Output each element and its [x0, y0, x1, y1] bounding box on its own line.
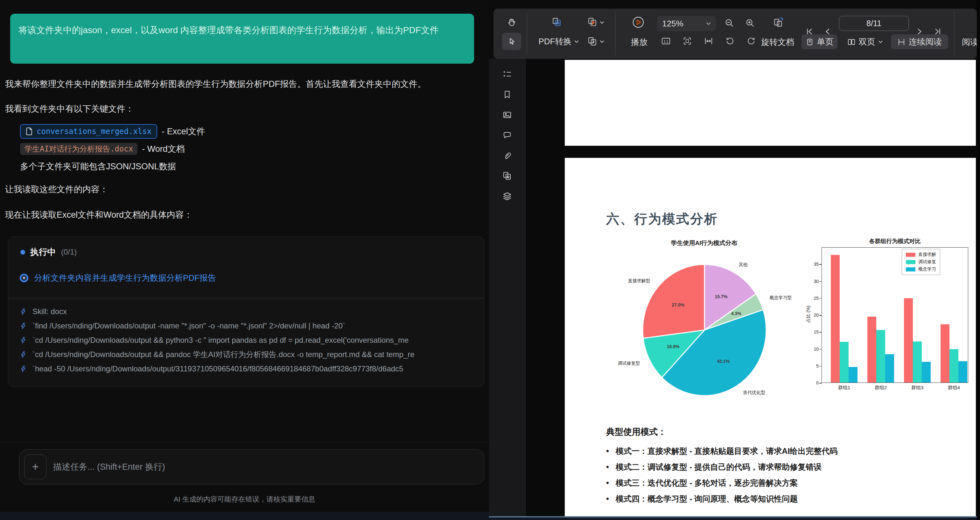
layers-icon[interactable]	[501, 190, 514, 203]
task-title: 分析文件夹内容并生成学生行为数据分析PDF报告	[34, 272, 216, 283]
svg-text:27.0%: 27.0%	[672, 302, 684, 307]
bar-chart-title: 各群组行为模式对比	[821, 237, 968, 245]
x-tick-label: 群组1	[831, 385, 857, 391]
rotate-right-button[interactable]	[745, 36, 757, 46]
task-status-row: 执行中 (0/1)	[21, 246, 77, 258]
task-item[interactable]: 分析文件夹内容并生成学生行为数据分析PDF报告	[20, 272, 216, 283]
input-placeholder: 描述任务... (Shift+Enter 换行)	[53, 461, 165, 472]
bar-直接求解-群组4	[940, 324, 950, 383]
file-row-word: 学生AI对话行为分析报告.docx - Word文档	[20, 143, 185, 155]
add-attachment-button[interactable]: +	[24, 455, 46, 479]
bar-直接求解-群组3	[904, 298, 913, 383]
document-icon	[26, 127, 33, 135]
task-execution-panel: 执行中 (0/1) 分析文件夹内容并生成学生行为数据分析PDF报告 Skill:…	[8, 237, 484, 387]
bar-调试修复-群组1	[840, 342, 849, 383]
bar-直接求解-群组2	[867, 316, 876, 383]
x-tick-label: 群组2	[868, 385, 894, 391]
zoom-out-button[interactable]	[723, 17, 735, 29]
pdf-to-image-button[interactable]	[586, 17, 605, 28]
user-message-banner: 将该文件夹中的jason，excel，以及word 内容整理成带各类分析图表的学…	[10, 14, 474, 64]
patterns-list: •模式一：直接求解型 - 直接粘贴题目要求，请求AI给出完整代码•模式二：调试修…	[606, 443, 837, 507]
svg-text:10.9%: 10.9%	[667, 344, 679, 349]
file-chip-excel[interactable]: conversations_merged.xlsx	[20, 124, 157, 139]
rotate-document-label[interactable]: 旋转文档	[757, 37, 798, 48]
pdf-page-current: 六、行为模式分析 学生使用AI行为模式分布 15.7%其他4.3%概念学习型42…	[565, 158, 976, 516]
zoom-in-button[interactable]	[744, 17, 756, 29]
task-radio-icon	[20, 274, 28, 282]
file-chip-word[interactable]: 学生AI对话行为分析报告.docx	[20, 143, 137, 155]
actual-size-button[interactable]: 1:1	[660, 36, 672, 46]
pdf-to-word-icon[interactable]: W	[550, 17, 563, 28]
file-row-excel: conversations_merged.xlsx - Excel文件	[20, 124, 205, 139]
pdf-convert-button[interactable]: PDF转换	[532, 36, 585, 47]
pattern-item: •模式一：直接求解型 - 直接粘贴题目要求，请求AI给出完整代码	[606, 443, 837, 459]
svg-text:42.1%: 42.1%	[717, 359, 730, 364]
pdf-viewer-panel: W PDF转换 播放 125% 1:	[489, 0, 980, 520]
ai-outline-icon[interactable]	[501, 68, 514, 81]
svg-text:直接求解型: 直接求解型	[628, 278, 651, 283]
rotate-document-icon[interactable]	[772, 16, 786, 28]
task-progress: (0/1)	[61, 248, 77, 256]
pdf-toolbar: W PDF转换 播放 125% 1:	[493, 9, 977, 59]
rotate-left-button[interactable]	[724, 36, 736, 46]
assistant-message: 现在让我读取Excel文件和Word文档的具体内容：	[5, 209, 192, 221]
legend-entry: 直接求解	[906, 252, 936, 258]
pattern-item: •模式三：迭代优化型 - 多轮对话，逐步完善解决方案	[606, 475, 837, 491]
play-button[interactable]	[631, 16, 645, 29]
select-tool-button[interactable]	[502, 33, 521, 50]
pdf-page-area[interactable]: 六、行为模式分析 学生使用AI行为模式分布 15.7%其他4.3%概念学习型42…	[526, 59, 977, 516]
export-word-icon[interactable]	[501, 170, 514, 182]
section-heading: 六、行为模式分析	[606, 210, 718, 228]
bar-调试修复-群组4	[950, 349, 958, 383]
attachment-icon[interactable]	[501, 149, 514, 162]
terminal-command: `cd /Users/nding/Downloads/output && pyt…	[8, 333, 484, 347]
y-tick-mark	[819, 383, 822, 383]
task-status: 执行中	[30, 246, 56, 258]
y-tick-label: 30	[807, 279, 819, 284]
pie-chart: 15.7%其他4.3%概念学习型42.1%迭代优化型10.9%调试修复型27.0…	[605, 252, 811, 419]
fit-page-button[interactable]	[681, 36, 693, 46]
task-input[interactable]: + 描述任务... (Shift+Enter 换行)	[19, 449, 484, 484]
bar-概念学习-群组4	[958, 361, 967, 383]
assistant-message: 让我读取这些文件的内容：	[5, 184, 108, 195]
bar-概念学习-群组2	[885, 354, 894, 383]
pie-chart-title: 学生使用AI行为模式分布	[606, 239, 802, 247]
file-suffix: - Excel文件	[162, 126, 205, 137]
bar-调试修复-群组3	[913, 342, 922, 383]
bar-调试修复-群组2	[876, 330, 885, 383]
patterns-title: 典型使用模式：	[606, 426, 666, 437]
pdf-sidebar	[489, 59, 526, 520]
comment-icon[interactable]	[501, 129, 514, 142]
y-tick-label: 20	[807, 313, 819, 318]
y-tick-mark	[819, 315, 822, 316]
assistant-message: 我来帮你整理文件夹中的数据并生成带分析图表的学生行为数据分析PDF报告。首先让我…	[5, 78, 426, 90]
bookmark-icon[interactable]	[501, 88, 514, 101]
single-page-button[interactable]: 单页	[802, 34, 837, 49]
hand-tool-button[interactable]	[505, 17, 518, 28]
continuous-reading-button[interactable]: 连续阅读	[891, 34, 948, 49]
y-tick-mark	[819, 366, 822, 367]
y-tick-mark	[819, 298, 822, 299]
ai-disclaimer: AI 生成的内容可能存在错误，请核实重要信息	[0, 495, 489, 504]
copy-pages-button[interactable]	[586, 36, 605, 47]
divider	[0, 442, 489, 442]
screen-right-edge	[977, 0, 980, 520]
bolt-icon	[20, 337, 27, 344]
assistant-message: 多个子文件夹可能包含JSON/JSONL数据	[20, 161, 176, 172]
file-suffix: - Word文档	[142, 143, 185, 155]
image-icon[interactable]	[501, 108, 514, 121]
pattern-item: •模式四：概念学习型 - 询问原理、概念等知识性问题	[606, 491, 837, 507]
double-page-button[interactable]: 双页	[845, 34, 885, 49]
divider	[615, 12, 616, 56]
play-label[interactable]: 播放	[623, 37, 655, 48]
read-mode-button[interactable]: 阅读	[962, 37, 977, 48]
window-bottom-edge	[489, 516, 980, 520]
bar-直接求解-群组1	[831, 255, 840, 383]
fit-width-button[interactable]	[703, 36, 714, 46]
file-name: 学生AI对话行为分析报告.docx	[24, 144, 133, 154]
page-indicator[interactable]: 8/11	[839, 16, 909, 31]
svg-text:1:1: 1:1	[664, 40, 668, 43]
divider	[954, 12, 955, 56]
zoom-level-select[interactable]: 125%	[657, 16, 716, 31]
zoom-level-value: 125%	[662, 19, 684, 29]
